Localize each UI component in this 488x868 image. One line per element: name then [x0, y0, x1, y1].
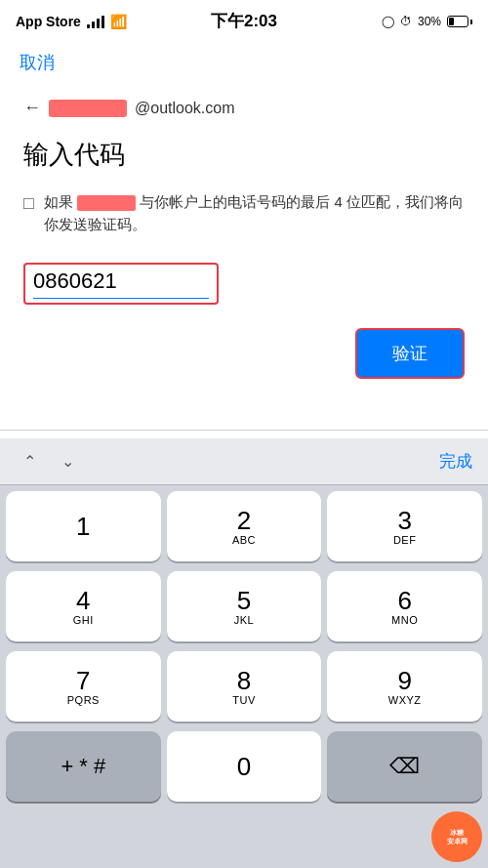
key-9-number: 9: [397, 667, 411, 695]
key-6-number: 6: [397, 587, 411, 615]
main-content: ← @outlook.com 输入代码 □ 如果 与你帐户上的电话号码的最后 4…: [0, 82, 488, 410]
email-redacted: [49, 100, 127, 117]
keyboard-container: ⌃ ⌄ 完成 1 2 ABC 3 DEF 4 GHI: [0, 438, 488, 868]
delete-icon: ⌫: [389, 754, 420, 779]
key-2-letters: ABC: [232, 534, 256, 546]
app-store-label: App Store: [16, 14, 81, 29]
key-0-number: 0: [237, 753, 251, 781]
key-7-number: 7: [76, 667, 90, 695]
verify-button[interactable]: 验证: [355, 328, 465, 379]
battery-icon: [447, 16, 472, 27]
keys-row-4: + * # 0 ⌫: [6, 731, 482, 802]
status-right: ◯ ⏱ 30%: [382, 15, 472, 28]
wifi-icon: 📶: [110, 14, 127, 29]
alarm-icon: ⏱: [400, 15, 412, 28]
name-redacted: [77, 195, 136, 211]
key-9-letters: WXYZ: [388, 694, 422, 706]
code-underline: [33, 298, 209, 299]
separator: [0, 430, 488, 431]
verify-row: 验证: [23, 328, 465, 379]
key-3-number: 3: [397, 507, 411, 535]
key-1-number: 1: [76, 513, 90, 541]
key-1[interactable]: 1: [6, 491, 161, 561]
key-2-number: 2: [237, 507, 251, 535]
code-input[interactable]: [33, 269, 209, 294]
battery-percent: 30%: [418, 15, 441, 28]
arrow-up-button[interactable]: ⌃: [16, 448, 44, 475]
info-box: □ 如果 与你帐户上的电话号码的最后 4 位匹配，我们将向你发送验证码。: [23, 191, 465, 235]
signal-icon: [87, 15, 104, 28]
key-6-letters: MNO: [391, 614, 418, 626]
email-row: ← @outlook.com: [23, 98, 465, 118]
key-4[interactable]: 4 GHI: [6, 571, 161, 641]
key-7-letters: PQRS: [67, 694, 100, 706]
key-4-letters: GHI: [73, 614, 94, 626]
done-button[interactable]: 完成: [439, 450, 472, 473]
status-left: App Store 📶: [16, 14, 127, 29]
key-7[interactable]: 7 PQRS: [6, 651, 161, 722]
page-title: 输入代码: [23, 138, 465, 172]
keys-row-1: 1 2 ABC 3 DEF: [6, 491, 482, 561]
key-6[interactable]: 6 MNO: [327, 571, 482, 641]
keys-row-2: 4 GHI 5 JKL 6 MNO: [6, 571, 482, 641]
watermark: 冰糖 安卓网: [431, 811, 482, 862]
status-time: 下午2:03: [211, 10, 277, 32]
info-text: 如果 与你帐户上的电话号码的最后 4 位匹配，我们将向你发送验证码。: [44, 191, 465, 235]
watermark-text: 冰糖 安卓网: [447, 828, 468, 846]
key-5[interactable]: 5 JKL: [167, 571, 322, 641]
back-arrow-icon[interactable]: ←: [23, 98, 41, 118]
code-input-wrapper: [23, 263, 219, 305]
info-text-1: 如果: [44, 193, 73, 210]
location-icon: ◯: [382, 15, 394, 28]
key-8[interactable]: 8 TUV: [167, 651, 322, 722]
nav-bar: 取消: [0, 43, 488, 82]
key-9[interactable]: 9 WXYZ: [327, 651, 482, 722]
status-bar: App Store 📶 下午2:03 ◯ ⏱ 30%: [0, 0, 488, 43]
key-5-number: 5: [237, 587, 251, 615]
key-3[interactable]: 3 DEF: [327, 491, 482, 561]
arrow-down-button[interactable]: ⌄: [54, 448, 82, 475]
key-2[interactable]: 2 ABC: [167, 491, 322, 561]
key-8-number: 8: [237, 667, 251, 695]
email-domain: @outlook.com: [135, 100, 235, 117]
chat-icon: □: [23, 193, 34, 214]
cancel-button[interactable]: 取消: [20, 51, 55, 74]
key-delete[interactable]: ⌫: [327, 731, 482, 802]
key-5-letters: JKL: [234, 614, 254, 626]
key-special-label: + * #: [61, 754, 105, 779]
keyboard-toolbar: ⌃ ⌄ 完成: [0, 438, 488, 485]
key-8-letters: TUV: [232, 694, 256, 706]
key-4-number: 4: [76, 587, 90, 615]
key-special[interactable]: + * #: [6, 731, 161, 802]
keys-row-3: 7 PQRS 8 TUV 9 WXYZ: [6, 651, 482, 722]
keys-area: 1 2 ABC 3 DEF 4 GHI 5 JKL 6: [0, 485, 488, 802]
toolbar-arrows: ⌃ ⌄: [16, 448, 82, 475]
key-3-letters: DEF: [393, 534, 417, 546]
key-0[interactable]: 0: [167, 731, 322, 802]
